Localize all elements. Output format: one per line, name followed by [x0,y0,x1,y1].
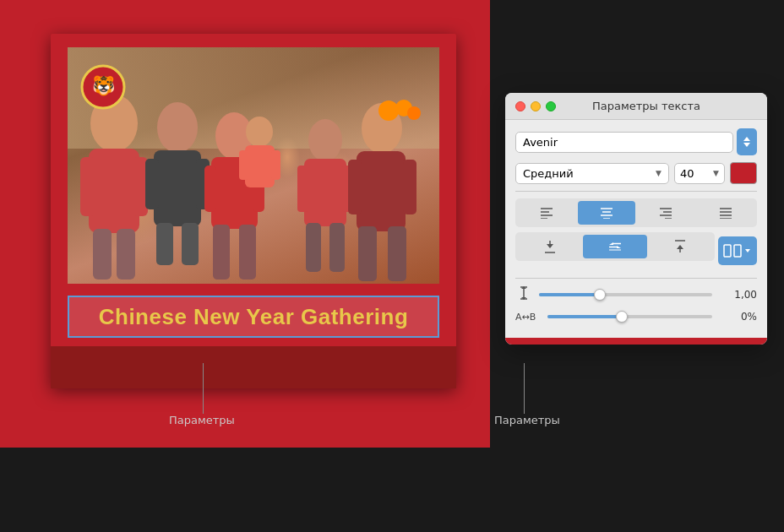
svg-point-6 [157,102,198,153]
line-spacing-thumb[interactable] [594,289,606,301]
svg-rect-32 [358,226,377,281]
valign-top-button[interactable] [518,235,581,258]
divider-1 [515,191,757,192]
columns-button[interactable] [718,236,757,265]
bottom-decorative-strip [51,346,456,388]
font-style-label: Средний [523,167,574,180]
align-left-button[interactable] [518,201,576,225]
svg-rect-16 [213,225,230,280]
svg-rect-1 [89,149,139,233]
svg-point-38 [407,106,421,120]
text-params-panel: Параметры текста Avenir Средний ▼ 40 ▼ [505,93,767,345]
font-style-select[interactable]: Средний ▼ [515,163,669,184]
svg-rect-10 [156,223,173,265]
svg-rect-19 [245,145,275,187]
svg-marker-56 [547,244,553,248]
svg-rect-20 [239,150,248,180]
title-text-area[interactable]: Chinese New Year Gathering [68,296,439,338]
family-photo: 🐯 [68,47,439,284]
panel-titlebar: Параметры текста [505,93,767,120]
font-size-select[interactable]: 40 ▼ [674,163,725,184]
font-row: Avenir [515,128,757,155]
svg-point-18 [246,117,273,147]
line-spacing-track[interactable] [539,293,712,296]
spinner-up-icon [743,137,750,141]
style-size-row: Средний ▼ 40 ▼ [515,162,757,184]
svg-rect-26 [306,223,321,272]
annotation-line-left [203,363,204,414]
svg-point-36 [378,100,399,121]
annotation-label-right: Параметры [494,414,560,426]
slide-card: 🐯 Chinese New Year Gathering [51,34,456,388]
text-color-swatch[interactable] [730,162,757,184]
svg-rect-2 [80,157,95,216]
valign-container [515,232,757,269]
char-spacing-thumb[interactable] [616,311,628,323]
char-spacing-fill [547,315,622,318]
title-text: Chinese New Year Gathering [99,304,409,330]
panel-title: Параметры текста [561,100,732,112]
photo-area: 🐯 [68,47,439,284]
svg-rect-11 [182,223,199,265]
svg-rect-17 [239,225,256,280]
char-spacing-value: 0% [719,311,757,323]
font-spinner[interactable] [737,128,757,155]
align-right-button[interactable] [637,201,695,225]
svg-rect-8 [145,159,159,209]
svg-marker-68 [745,249,750,252]
valign-bottom-button[interactable] [649,235,712,258]
svg-rect-24 [297,166,308,212]
svg-rect-23 [304,159,346,226]
align-justify-button[interactable] [697,201,755,225]
svg-rect-30 [348,160,362,214]
svg-rect-27 [329,223,345,272]
svg-marker-58 [609,242,613,245]
panel-bottom-strip [505,338,767,345]
annotation-line-right [524,363,525,414]
svg-rect-67 [734,245,741,257]
close-button[interactable] [515,101,525,111]
svg-marker-60 [617,246,621,248]
line-spacing-icon [515,285,532,304]
svg-rect-33 [388,226,406,281]
horizontal-align-row [515,198,757,227]
minimize-button[interactable] [531,101,541,111]
line-spacing-row: 1,00 [515,285,757,304]
svg-rect-14 [204,166,216,212]
vertical-align-row [515,232,715,261]
svg-rect-31 [403,160,416,214]
maximize-button[interactable] [546,101,556,111]
svg-point-22 [308,119,342,161]
panel-body: Avenir Средний ▼ 40 ▼ [505,120,767,338]
style-chevron-icon: ▼ [656,169,662,177]
line-spacing-value: 1,00 [719,289,757,301]
svg-text:🐯: 🐯 [92,74,116,97]
svg-rect-4 [93,229,112,280]
svg-rect-21 [271,150,280,180]
annotation-label-left: Параметры [169,414,235,426]
size-chevron-icon: ▼ [713,169,719,177]
svg-rect-7 [154,150,201,226]
svg-rect-29 [357,151,406,231]
font-size-label: 40 [680,167,694,180]
char-spacing-row: A↔B 0% [515,311,757,323]
valign-middle-button[interactable] [583,235,646,258]
svg-rect-5 [117,229,135,280]
divider-2 [515,278,757,279]
char-spacing-track[interactable] [547,315,712,318]
line-spacing-fill [539,293,600,296]
svg-rect-66 [724,245,731,257]
spinner-down-icon [743,143,750,147]
font-name-select[interactable]: Avenir [515,132,733,153]
svg-marker-64 [677,245,683,249]
char-spacing-label: A↔B [515,312,541,323]
font-name-label: Avenir [523,136,558,149]
align-center-button[interactable] [578,201,636,225]
